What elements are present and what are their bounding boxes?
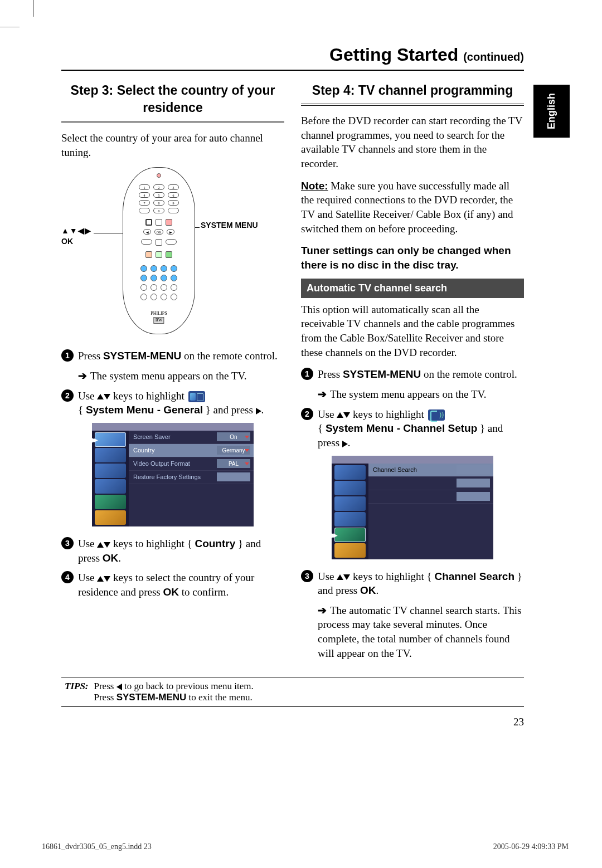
step4-heading: Step 4: TV channel programming [301, 82, 524, 106]
step4-instruction-2: 2 Use keys to highlight { System Menu - … [301, 407, 524, 450]
step3-intro: Select the country of your area for auto… [61, 131, 284, 159]
menu-icon-general [334, 465, 366, 480]
print-footer: 16861_dvdr3305_05_eng5.indd 23 2005-06-2… [42, 842, 569, 851]
title-continued: (continued) [463, 51, 524, 63]
menu-icon-channel: ◗◗◗▶ [334, 528, 366, 542]
remote-brand: PHILIPSRW [151, 311, 167, 324]
step4-p1: Before the DVD recorder can start record… [301, 114, 524, 171]
channel-setup-menu-icon [428, 409, 445, 421]
step3-instruction-3: 3 Use keys to highlight { Country } and … [61, 537, 284, 565]
language-tab-label: English [546, 93, 557, 129]
step4-instruction-3: 3 Use keys to highlight { Channel Search… [301, 569, 524, 598]
tuner-warning: Tuner settings can only be changed when … [301, 243, 524, 272]
menu-icon-channel [95, 495, 126, 509]
bullet-3-icon: 3 [61, 537, 74, 549]
footer-timestamp: 2005-06-29 4:09:33 PM [493, 842, 569, 851]
remote-illustration: ▲▼◀▶ OK SYSTEM MENU 123 456 789 0 ◀OK▶ [61, 167, 284, 340]
menu-icon-general: ◗◗◗▶ [95, 432, 126, 447]
menu-icon-disc [95, 448, 126, 462]
step4-result-3: The automatic TV channel search starts. … [301, 603, 524, 661]
channel-menu-screenshot: ◗◗◗▶ Channel Search [332, 456, 493, 559]
step4-note: Note: Make sure you have successfully ma… [301, 179, 524, 236]
menu-icon-record [95, 464, 126, 478]
bullet-4-icon: 4 [61, 571, 74, 583]
nav-arrows-icon: ▲▼◀▶ [61, 226, 91, 235]
bullet-2-icon: 2 [61, 389, 74, 402]
menu-icon-disc [334, 481, 366, 495]
footer-filename: 16861_dvdr3305_05_eng5.indd 23 [42, 842, 152, 851]
remote-label-system-menu: SYSTEM MENU [201, 220, 258, 231]
language-tab: English [533, 85, 570, 138]
left-column: Step 3: Select the country of your resid… [61, 82, 284, 666]
menu-icon-audio [95, 479, 126, 494]
step3-instruction-1: 1 Press SYSTEM-MENU on the remote contro… [61, 349, 284, 363]
tips-box: TIPS: Press to go back to previous menu … [61, 677, 524, 707]
menu-icon-clock [334, 543, 366, 558]
menu-icon-record [334, 496, 366, 511]
tips-text: Press to go back to previous menu item. … [94, 681, 254, 703]
page-number: 23 [513, 716, 524, 728]
step3-instruction-4: 4 Use keys to select the country of your… [61, 570, 284, 599]
title-main: Getting Started [329, 45, 458, 65]
menu-icon-audio [334, 512, 366, 526]
remote-control-icon: 123 456 789 0 ◀OK▶ PHILIPSRW [123, 167, 195, 334]
page-title: Getting Started (continued) [61, 45, 524, 71]
auto-search-heading: Automatic TV channel search [301, 279, 524, 298]
ok-label: OK [61, 237, 73, 246]
auto-search-intro: This option will automatically scan all … [301, 303, 524, 360]
general-menu-icon [188, 391, 205, 402]
step3-instruction-2: 2 Use keys to highlight { System Menu - … [61, 389, 284, 417]
tips-label: TIPS: [61, 681, 89, 703]
page-content: Getting Started (continued) English Step… [61, 45, 524, 707]
bullet-1-icon: 1 [61, 349, 74, 362]
step3-result-1: The system menu appears on the TV. [61, 369, 284, 383]
step3-heading: Step 3: Select the country of your resid… [61, 82, 284, 123]
step4-instruction-1: 1 Press SYSTEM-MENU on the remote contro… [301, 367, 524, 382]
general-menu-screenshot: ◗◗◗▶ Screen SaverOn CountryGermany Video… [92, 423, 254, 526]
bullet-3-icon: 3 [301, 570, 313, 582]
step4-result-1: The system menu appears on the TV. [301, 387, 524, 402]
remote-label-nav: ▲▼◀▶ OK [61, 226, 91, 247]
right-column: Step 4: TV channel programming Before th… [301, 82, 524, 666]
bullet-1-icon: 1 [301, 368, 313, 380]
menu-icon-clock [95, 510, 126, 525]
bullet-2-icon: 2 [301, 408, 313, 420]
